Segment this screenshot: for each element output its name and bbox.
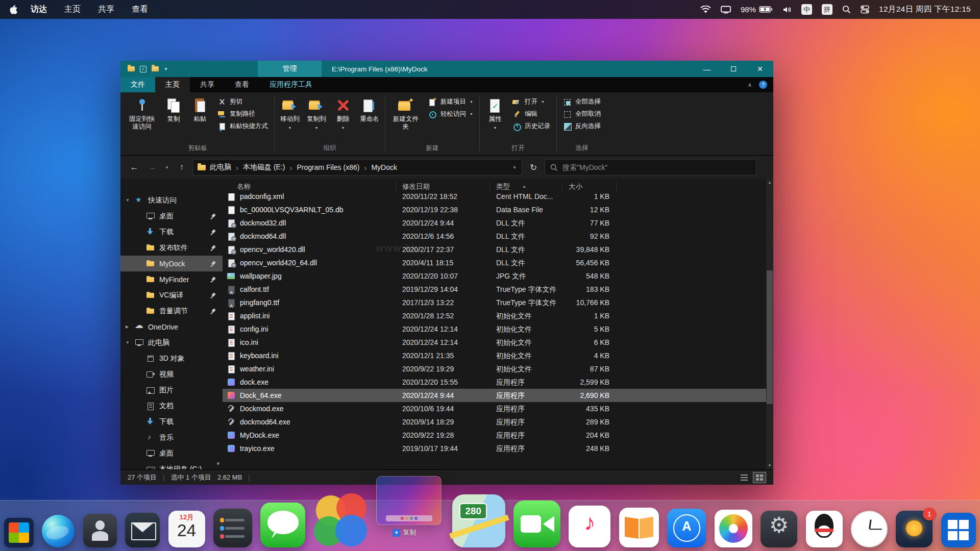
tab-应用程序工具[interactable]: 应用程序工具 xyxy=(259,77,323,92)
sidebar-item-VC编译[interactable]: VC编译 xyxy=(120,287,223,303)
up-button[interactable]: ↑ xyxy=(175,162,188,172)
file-row-trayico.exe[interactable]: trayico.exe2019/10/17 19:44应用程序248 KB xyxy=(223,442,766,455)
sidebar-item-发布软件[interactable]: 发布软件 xyxy=(120,240,223,256)
file-row-calfont.ttf[interactable]: calfont.ttf2019/12/29 14:04TrueType 字体文件… xyxy=(223,283,766,296)
input-method-pinyin-icon[interactable]: 拼 xyxy=(822,4,832,15)
sidebar-item-图片[interactable]: 图片 xyxy=(120,382,223,398)
sidebar-item-本地磁盘 (C:)[interactable]: 本地磁盘 (C:) xyxy=(120,461,223,469)
maximize-button[interactable] xyxy=(720,61,747,77)
ribbon-button-copyto[interactable]: 复制到▼ xyxy=(304,96,329,133)
dock-windows[interactable] xyxy=(941,513,976,547)
crumb-MyDock[interactable]: MyDock xyxy=(371,163,397,171)
menubar-datetime[interactable]: 12月24日 周四 下午12:15 xyxy=(879,4,971,15)
ribbon-button-shortcut[interactable]: 粘贴快捷方式 xyxy=(216,121,270,131)
dock-contacts[interactable] xyxy=(83,514,117,547)
spotlight-search-icon[interactable] xyxy=(842,5,851,14)
scroll-up-icon[interactable]: ▲ xyxy=(766,179,773,186)
dock-weather[interactable]: 1 xyxy=(896,511,933,547)
titlebar[interactable]: ✓ ▼ 管理 E:\Program Files (x86)\MyDock — × xyxy=(120,61,773,77)
sidebar-item-视频[interactable]: 视频 xyxy=(120,366,223,382)
crumb-Program Files (x86)[interactable]: Program Files (x86) xyxy=(297,163,359,171)
expander-icon[interactable]: ▼ xyxy=(126,340,135,345)
expander-icon[interactable]: ▶ xyxy=(126,324,135,329)
sidebar-item-下载[interactable]: 下载 xyxy=(120,414,223,430)
manage-contextual-header[interactable]: 管理 xyxy=(258,61,322,77)
column-header-修改日期[interactable]: 修改日期 xyxy=(396,182,490,191)
menu-item-主页[interactable]: 主页 xyxy=(64,4,81,15)
folder-icon[interactable] xyxy=(128,66,135,71)
ribbon-button-copy[interactable]: 复制 xyxy=(161,96,186,124)
minimize-button[interactable]: — xyxy=(694,61,720,77)
column-header-大小[interactable]: 大小 xyxy=(562,182,617,191)
file-row-MyDock.exe[interactable]: MyDock.exe2020/9/22 19:28应用程序204 KB xyxy=(223,429,766,442)
apple-menu[interactable] xyxy=(9,5,17,14)
menu-item-访达[interactable]: 访达 xyxy=(31,4,47,15)
ribbon-button-cut[interactable]: 剪切 xyxy=(216,97,270,107)
crumb-此电脑[interactable]: 此电脑 xyxy=(210,163,231,172)
dock-calendar[interactable]: 12月24 xyxy=(168,511,205,547)
ribbon-button-moveto[interactable]: 移动到▼ xyxy=(277,96,303,133)
address-input[interactable]: 此电脑›本地磁盘 (E:)›Program Files (x86)›MyDock… xyxy=(193,159,522,176)
forward-button[interactable]: → xyxy=(145,162,159,172)
sidebar-item-下载[interactable]: 下载 xyxy=(120,224,223,240)
file-row-opencv_world420_64.dll[interactable]: opencv_world420_64.dll2020/4/11 18:15DLL… xyxy=(223,256,766,269)
sidebar-item-OneDrive[interactable]: ▶OneDrive xyxy=(120,319,223,335)
details-view-button[interactable] xyxy=(738,472,751,483)
dock-photos[interactable] xyxy=(715,510,752,547)
ribbon-button-delete[interactable]: 删除▼ xyxy=(330,96,356,133)
dock-messages[interactable] xyxy=(260,503,305,547)
display-icon[interactable] xyxy=(721,6,731,14)
vertical-scrollbar[interactable]: ▲ ▼ xyxy=(766,179,773,469)
dock-clock[interactable] xyxy=(851,511,888,547)
sidebar-item-MyDock[interactable]: MyDock xyxy=(120,256,223,271)
collapse-ribbon-icon[interactable]: ∧ xyxy=(748,82,752,88)
dock-maps[interactable]: 280 xyxy=(452,494,505,547)
scrollbar-thumb[interactable] xyxy=(767,270,773,404)
sidebar-item-文档[interactable]: 文档 xyxy=(120,398,223,414)
help-icon[interactable]: ? xyxy=(759,81,767,89)
search-input[interactable] xyxy=(562,163,751,171)
tab-文件[interactable]: 文件 xyxy=(120,77,155,92)
ribbon-button-paste[interactable]: 粘贴 xyxy=(187,96,213,124)
sidebar-item-3D 对象[interactable]: 3D 对象 xyxy=(120,350,223,366)
dock-drag-ghost[interactable]: +复制 xyxy=(376,497,444,547)
file-row-dockmod32.dll[interactable]: dockmod32.dll2020/12/24 9:44DLL 文件77 KB xyxy=(223,216,766,230)
crumb-本地磁盘 (E:)[interactable]: 本地磁盘 (E:) xyxy=(243,163,285,172)
dock-music[interactable]: ♪ xyxy=(569,506,610,547)
recent-locations-icon[interactable]: ▼ xyxy=(163,165,170,170)
file-row-Dockmod.exe[interactable]: Dockmod.exe2020/10/6 19:44应用程序435 KB xyxy=(223,402,766,415)
file-row-padconfig.xml[interactable]: padconfig.xml2020/11/22 18:52Cent HTML D… xyxy=(223,193,766,203)
file-row-ico.ini[interactable]: ico.ini2020/12/24 12:14初始化文件6 KB xyxy=(223,336,766,349)
thumbnails-view-button[interactable] xyxy=(753,472,766,483)
dock-edge[interactable] xyxy=(42,515,75,547)
ribbon-button-properties[interactable]: 属性▼ xyxy=(482,96,508,133)
sidebar-item-桌面[interactable]: 桌面 xyxy=(120,445,223,461)
file-row-applist.ini[interactable]: applist.ini2020/1/28 12:52初始化文件1 KB xyxy=(223,309,766,322)
file-row-Dock_64.exe[interactable]: Dock_64.exe2020/12/24 9:44应用程序2,690 KB xyxy=(223,389,766,402)
address-dropdown-icon[interactable]: ▼ xyxy=(512,165,518,170)
sidebar-scroll-down-icon[interactable]: ▼ xyxy=(216,461,220,466)
file-row-bc_00000LVSQV3ARNLT_05.db[interactable]: bc_00000LVSQV3ARNLT_05.db2020/12/19 22:3… xyxy=(223,203,766,216)
sidebar-item-桌面[interactable]: 桌面 xyxy=(120,208,223,224)
search-box[interactable] xyxy=(545,159,756,176)
ribbon-button-newfolder[interactable]: 新建文件夹 xyxy=(388,96,424,132)
file-row-config.ini[interactable]: config.ini2020/12/24 12:14初始化文件5 KB xyxy=(223,322,766,336)
input-method-cn-icon[interactable]: 中 xyxy=(801,4,812,15)
menu-item-查看[interactable]: 查看 xyxy=(132,4,148,15)
sidebar-item-MyFinder[interactable]: MyFinder xyxy=(120,271,223,287)
column-header-名称[interactable]: 名称 xyxy=(223,182,396,191)
wifi-icon[interactable] xyxy=(700,6,711,14)
dock-settings[interactable]: ⚙ xyxy=(761,511,797,547)
dock-start-menu[interactable] xyxy=(4,518,34,547)
file-row-weather.ini[interactable]: weather.ini2020/9/22 19:29初始化文件87 KB xyxy=(223,362,766,375)
qat-dropdown-icon[interactable]: ▼ xyxy=(164,67,168,71)
expander-icon[interactable]: ▼ xyxy=(126,198,135,203)
file-row-pingfang0.ttf[interactable]: pingfang0.ttf2017/12/3 13:22TrueType 字体文… xyxy=(223,296,766,309)
dock-mail[interactable] xyxy=(125,513,160,547)
ribbon-button-easyaccess[interactable]: 轻松访问▼ xyxy=(427,109,475,119)
scroll-down-icon[interactable]: ▼ xyxy=(766,462,773,469)
ribbon-button-selectnone[interactable]: 全部取消 xyxy=(561,109,602,119)
file-row-dockmod64.dll[interactable]: dockmod64.dll2020/12/6 14:56DLL 文件92 KB xyxy=(223,230,766,243)
control-center-icon[interactable] xyxy=(861,5,869,14)
back-button[interactable]: ← xyxy=(128,162,141,172)
